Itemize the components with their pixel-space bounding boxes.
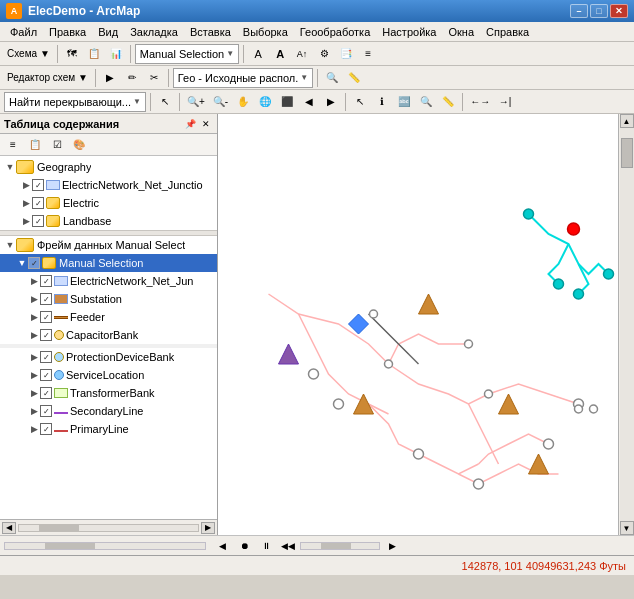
close-button[interactable]: ✕ [610,4,628,18]
cb-feeder[interactable] [40,311,52,323]
toc-list-btn[interactable]: ≡ [3,135,23,155]
tree-item-capacitor[interactable]: ▶ CapacitorBank [0,326,217,344]
map-begin-btn[interactable]: ◀◀ [278,536,298,556]
expand-substation[interactable]: ▶ [28,293,40,305]
expand-geography[interactable]: ▼ [4,161,16,173]
map-prev-btn[interactable]: ◀ [212,536,232,556]
tb2-btn2[interactable]: ✏ [122,68,142,88]
expand-transformer[interactable]: ▶ [28,387,40,399]
tb2-btn3[interactable]: ✂ [144,68,164,88]
expand-secondaryline[interactable]: ▶ [28,405,40,417]
manual-selection-dropdown[interactable]: Manual Selection ▼ [135,44,239,64]
scroll-down-btn[interactable]: ▼ [620,521,634,535]
tb3-globe[interactable]: 🌐 [255,92,275,112]
tree-item-geography[interactable]: ▼ Geography [0,158,217,176]
cb-capacitor[interactable] [40,329,52,341]
expand-manual[interactable]: ▼ [16,257,28,269]
tb2-btn1[interactable]: ▶ [100,68,120,88]
tb2-btn4[interactable]: 🔍 [322,68,342,88]
tree-item-landbase[interactable]: ▶ Landbase [0,212,217,230]
cb-transformer[interactable] [40,387,52,399]
tb1-font-btn2[interactable]: A [270,44,290,64]
tb1-font-btn3[interactable]: A↑ [292,44,312,64]
map-play-btn[interactable]: ⏺ [234,536,254,556]
expand-elecnet[interactable]: ▶ [20,179,32,191]
tb3-zoom-out[interactable]: 🔍- [210,92,231,112]
tb1-btn3[interactable]: 📊 [106,44,126,64]
tb3-info[interactable]: ℹ [372,92,392,112]
tree-item-electric[interactable]: ▶ Electric [0,194,217,212]
expand-feeder[interactable]: ▶ [28,311,40,323]
map-pause-btn[interactable]: ⏸ [256,536,276,556]
menu-selection[interactable]: Выборка [237,25,294,39]
toc-scroll-left[interactable]: ◀ [2,522,16,534]
toc-hscroll2[interactable] [4,542,206,550]
menu-bookmark[interactable]: Закладка [124,25,184,39]
tb1-btn5[interactable]: 📑 [336,44,356,64]
tree-item-elecnet2[interactable]: ▶ ElectricNetwork_Net_Jun [0,272,217,290]
tb3-back[interactable]: ◀ [299,92,319,112]
tree-item-frame[interactable]: ▼ Фрейм данных Manual Select [0,236,217,254]
expand-protection[interactable]: ▶ [28,351,40,363]
tree-item-transformer[interactable]: ▶ TransformerBank [0,384,217,402]
map-area[interactable]: ▲ ▼ [218,114,634,535]
cb-manual[interactable] [28,257,40,269]
expand-landbase[interactable]: ▶ [20,215,32,227]
expand-service[interactable]: ▶ [28,369,40,381]
tb3-find[interactable]: 🔍 [416,92,436,112]
tb1-font-btn1[interactable]: A [248,44,268,64]
tb3-select[interactable]: ↖ [350,92,370,112]
schema-dropdown[interactable]: Схема ▼ [4,44,53,64]
menu-insert[interactable]: Вставка [184,25,237,39]
menu-help[interactable]: Справка [480,25,535,39]
cb-substation[interactable] [40,293,52,305]
tb3-identify[interactable]: 🔤 [394,92,414,112]
menu-file[interactable]: Файл [4,25,43,39]
tree-item-elecnet[interactable]: ▶ ElectricNetwork_Net_Junctio [0,176,217,194]
tb3-arrow[interactable]: ←→ [467,92,493,112]
find-overlap-dropdown[interactable]: Найти перекрывающи... ▼ [4,92,146,112]
expand-capacitor[interactable]: ▶ [28,329,40,341]
cb-elecnet2[interactable] [40,275,52,287]
menu-edit[interactable]: Правка [43,25,92,39]
tb3-zoom-in[interactable]: 🔍+ [184,92,208,112]
toc-source-btn[interactable]: 📋 [25,135,45,155]
tree-item-service[interactable]: ▶ ServiceLocation [0,366,217,384]
cb-secondaryline[interactable] [40,405,52,417]
menu-geoprocessing[interactable]: Геообработка [294,25,377,39]
toc-hscrollbar[interactable]: ◀ ▶ [0,519,217,535]
menu-windows[interactable]: Окна [442,25,480,39]
maximize-button[interactable]: □ [590,4,608,18]
map-hscroll[interactable] [300,542,380,550]
tree-item-secondaryline[interactable]: ▶ SecondaryLine [0,402,217,420]
toc-hscroll-thumb2[interactable] [45,543,95,549]
map-vscrollbar[interactable]: ▲ ▼ [618,114,634,535]
expand-electric[interactable]: ▶ [20,197,32,209]
tb1-btn4[interactable]: ⚙ [314,44,334,64]
toc-draw-btn[interactable]: 🎨 [69,135,89,155]
tree-item-substation[interactable]: ▶ Substation [0,290,217,308]
tree-item-protection[interactable]: ▶ ProtectionDeviceBank [0,348,217,366]
toc-hscroll-track[interactable] [18,524,199,532]
cb-primaryline[interactable] [40,423,52,435]
cb-elecnet[interactable] [32,179,44,191]
tb1-btn1[interactable]: 🗺 [62,44,82,64]
cb-electric[interactable] [32,197,44,209]
scroll-thumb[interactable] [621,138,633,168]
toc-pin-btn[interactable]: 📌 [183,117,197,131]
tb3-extent[interactable]: ⬛ [277,92,297,112]
tree-item-feeder[interactable]: ▶ Feeder [0,308,217,326]
tb3-measure[interactable]: 📏 [438,92,458,112]
expand-frame[interactable]: ▼ [4,239,16,251]
toc-scroll-right[interactable]: ▶ [201,522,215,534]
editor-dropdown[interactable]: Редактор схем ▼ [4,68,91,88]
tb3-btn1[interactable]: ↖ [155,92,175,112]
map-scroll-right[interactable]: ▶ [382,536,402,556]
scroll-up-btn[interactable]: ▲ [620,114,634,128]
menu-view[interactable]: Вид [92,25,124,39]
expand-primaryline[interactable]: ▶ [28,423,40,435]
tb3-next[interactable]: →| [495,92,515,112]
expand-elecnet2[interactable]: ▶ [28,275,40,287]
toc-close-btn[interactable]: ✕ [199,117,213,131]
tb1-btn6[interactable]: ≡ [358,44,378,64]
